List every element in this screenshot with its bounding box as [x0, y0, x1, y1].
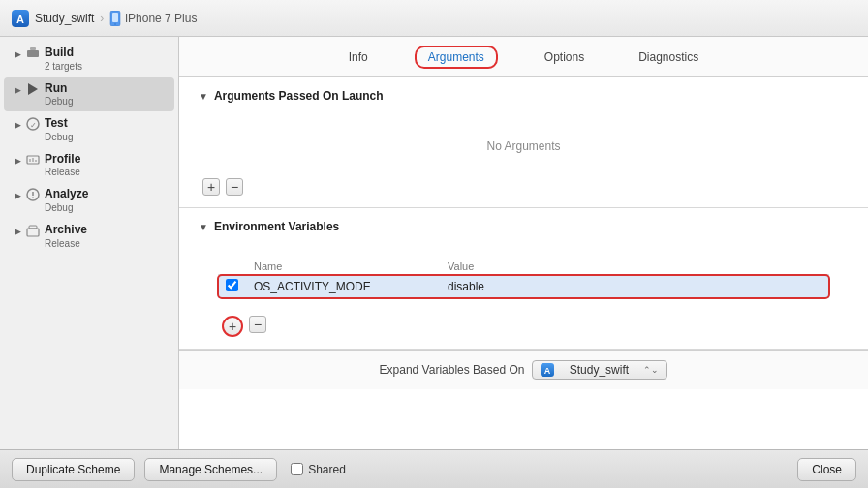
svg-text:A: A — [544, 366, 551, 376]
sidebar-label-run: Run — [45, 81, 73, 97]
svg-rect-6 — [30, 47, 36, 50]
arguments-section-title: Arguments Passed On Launch — [214, 89, 384, 103]
sidebar-label-group-test: Test Debug — [45, 116, 73, 143]
sidebar-sublabel-build: 2 targets — [45, 61, 82, 73]
sidebar-label-group-profile: Profile Release — [45, 152, 80, 179]
sidebar-label-group-build: Build 2 targets — [45, 46, 82, 73]
svg-point-16 — [32, 198, 34, 199]
env-table-body: OS_ACTIVITY_MODE disable — [218, 275, 829, 299]
svg-rect-17 — [27, 229, 39, 236]
sidebar-label-group-archive: Archive Release — [45, 223, 87, 250]
env-add-remove-row: + − — [199, 316, 849, 337]
content-area: ▼ Arguments Passed On Launch No Argument… — [179, 77, 868, 449]
arguments-section-header: ▼ Arguments Passed On Launch — [199, 89, 849, 103]
env-table: Name Value OS_ACTIVITY_MODE — [218, 259, 829, 298]
arguments-remove-button[interactable]: − — [226, 178, 243, 196]
env-section-content: Name Value OS_ACTIVITY_MODE — [199, 243, 849, 310]
sidebar-arrow-build: ▶ — [12, 46, 23, 62]
svg-marker-7 — [28, 83, 38, 95]
expand-variables-row: Expand Variables Based On A Study_swift — [179, 350, 868, 389]
xcode-icon: A — [12, 10, 29, 27]
sidebar-icon-build — [25, 46, 41, 61]
expand-label: Expand Variables Based On — [380, 363, 525, 377]
env-section-header: ▼ Environment Variables — [199, 220, 849, 233]
sidebar-sublabel-run: Debug — [45, 96, 73, 107]
shared-checkbox-group: Shared — [291, 463, 346, 476]
tab-arguments[interactable]: Arguments — [415, 46, 498, 69]
sidebar-icon-profile — [25, 152, 41, 168]
bottom-bar: Duplicate Scheme Manage Schemes... Share… — [0, 449, 868, 488]
svg-rect-3 — [112, 13, 118, 22]
titlebar: A Study_swift › iPhone 7 Plus — [0, 0, 868, 37]
close-button[interactable]: Close — [797, 458, 856, 481]
sidebar-item-profile[interactable]: ▶ Profile Release — [4, 148, 174, 183]
sidebar-sublabel-profile: Release — [45, 167, 80, 178]
duplicate-scheme-button[interactable]: Duplicate Scheme — [12, 458, 135, 481]
sidebar: ▶ Build 2 targets ▶ Run Debug ▶ ✓ — [0, 37, 179, 449]
sidebar-icon-run — [25, 81, 41, 97]
sidebar-item-analyze[interactable]: ▶ Analyze Debug — [4, 183, 174, 218]
expand-dropdown-arrow: ⌃⌄ — [643, 365, 659, 375]
svg-rect-18 — [29, 226, 37, 229]
sidebar-label-analyze: Analyze — [45, 187, 88, 202]
env-remove-button[interactable]: − — [249, 316, 266, 333]
env-table-header-row: Name Value — [218, 259, 829, 275]
device-selector[interactable]: iPhone 7 Plus — [109, 11, 197, 26]
env-triangle[interactable]: ▼ — [199, 222, 208, 232]
sidebar-arrow-profile: ▶ — [12, 153, 23, 168]
env-add-button[interactable]: + — [222, 316, 243, 337]
sidebar-label-test: Test — [45, 116, 73, 132]
env-col-checkbox — [218, 259, 246, 275]
sidebar-arrow-test: ▶ — [12, 117, 23, 133]
sidebar-icon-test: ✓ — [25, 116, 41, 132]
sidebar-arrow-run: ▶ — [12, 82, 23, 98]
env-table-head: Name Value — [218, 259, 829, 275]
tab-diagnostics[interactable]: Diagnostics — [631, 46, 706, 68]
sidebar-icon-analyze — [25, 187, 41, 202]
expand-dropdown-value: Study_swift — [570, 363, 629, 377]
env-row-name: OS_ACTIVITY_MODE — [246, 275, 440, 299]
device-icon — [109, 11, 121, 26]
svg-point-4 — [115, 23, 117, 25]
project-name: Study_swift — [35, 12, 94, 25]
sidebar-arrow-analyze: ▶ — [12, 188, 23, 203]
svg-rect-5 — [27, 50, 39, 57]
main-content: ▶ Build 2 targets ▶ Run Debug ▶ ✓ — [0, 37, 868, 449]
arguments-section: ▼ Arguments Passed On Launch No Argument… — [179, 77, 868, 208]
sidebar-icon-archive — [25, 223, 41, 238]
manage-schemes-button[interactable]: Manage Schemes... — [144, 458, 277, 481]
arguments-add-button[interactable]: + — [202, 178, 220, 196]
sidebar-arrow-archive: ▶ — [12, 224, 23, 239]
sidebar-label-profile: Profile — [45, 152, 80, 168]
device-name: iPhone 7 Plus — [125, 12, 197, 25]
sidebar-item-test[interactable]: ▶ ✓ Test Debug — [4, 112, 174, 147]
arguments-section-content: No Arguments — [199, 112, 849, 170]
no-arguments-text: No Arguments — [199, 120, 849, 163]
sidebar-sublabel-test: Debug — [45, 132, 73, 143]
svg-text:A: A — [16, 14, 24, 25]
env-section-title: Environment Variables — [214, 220, 339, 233]
env-table-row: OS_ACTIVITY_MODE disable — [218, 275, 829, 299]
expand-xcode-icon: A — [541, 363, 554, 377]
sidebar-sublabel-archive: Release — [45, 238, 87, 250]
sidebar-item-build[interactable]: ▶ Build 2 targets — [4, 42, 174, 76]
shared-checkbox[interactable] — [291, 463, 303, 475]
sidebar-item-archive[interactable]: ▶ Archive Release — [4, 219, 174, 254]
titlebar-separator: › — [100, 12, 104, 25]
sidebar-label-group-run: Run Debug — [45, 81, 73, 108]
sidebar-label-build: Build — [45, 46, 82, 61]
env-row-checkbox[interactable] — [226, 279, 238, 291]
tab-info[interactable]: Info — [341, 46, 376, 68]
arguments-add-remove-row: + − — [199, 178, 849, 196]
env-col-value: Value — [440, 259, 829, 275]
sidebar-item-run[interactable]: ▶ Run Debug — [4, 77, 174, 112]
sidebar-sublabel-analyze: Debug — [45, 202, 88, 214]
expand-dropdown[interactable]: A Study_swift ⌃⌄ — [532, 360, 667, 380]
tab-options[interactable]: Options — [537, 46, 592, 68]
arguments-triangle[interactable]: ▼ — [199, 91, 208, 102]
env-row-value: disable — [440, 275, 829, 299]
tabs-bar: Info Arguments Options Diagnostics — [179, 37, 868, 77]
env-section: ▼ Environment Variables Name Value — [179, 208, 868, 350]
env-col-name: Name — [246, 259, 440, 275]
sidebar-label-archive: Archive — [45, 223, 87, 238]
